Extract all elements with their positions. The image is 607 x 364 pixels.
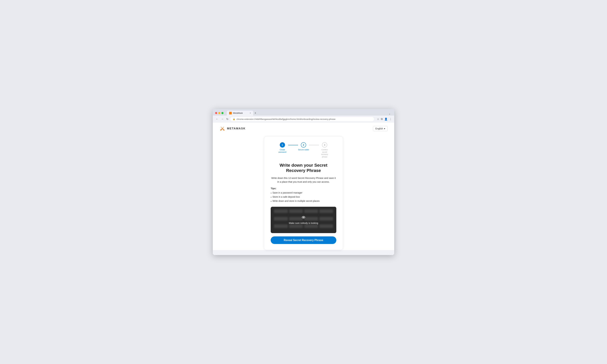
traffic-lights xyxy=(215,112,224,114)
back-button[interactable]: ← xyxy=(215,117,219,121)
blur-word-4 xyxy=(319,209,333,213)
blur-word-10 xyxy=(289,224,303,228)
lock-icon: 🔒 xyxy=(233,118,235,120)
blur-word-12 xyxy=(319,224,333,228)
mm-header: METAMASK English ▾ xyxy=(213,123,394,134)
blur-word-11 xyxy=(304,224,318,228)
metamask-fox-icon xyxy=(219,126,225,131)
tips-list: Save in a password manager Store in a sa… xyxy=(271,191,336,203)
tip-1: Save in a password manager xyxy=(271,191,336,195)
title-bar: MetaMask × + ⌄ xyxy=(213,109,394,116)
maximize-button[interactable] xyxy=(221,112,224,114)
tab-close-icon[interactable]: × xyxy=(250,112,251,114)
blur-word-3 xyxy=(304,209,318,213)
eye-icon xyxy=(301,215,306,220)
phrase-hint-text: Make sure nobody is looking xyxy=(289,222,318,224)
step-3-label: Confirm secret recovery phrase xyxy=(319,149,330,158)
language-label: English xyxy=(375,127,383,130)
extensions-icon[interactable]: ⧉ xyxy=(381,117,383,120)
steps-indicator: 1 Create password 2 Secure wallet xyxy=(271,142,336,158)
tips-section: Tips: Save in a password manager Store i… xyxy=(271,187,336,203)
address-actions: ☆ ⧉ 👤 ⋮ xyxy=(377,117,392,121)
tab-title: MetaMask xyxy=(233,112,243,114)
card-title: Write down your Secret Recovery Phrase xyxy=(271,163,336,173)
address-bar: ← → ↻ 🔒 chrome-extension://nkbihfbeogaea… xyxy=(213,116,394,123)
tips-title: Tips: xyxy=(271,187,336,190)
close-button[interactable] xyxy=(215,112,217,114)
step-3-number: 3 xyxy=(324,143,325,146)
page-content: METAMASK English ▾ 1 Create password xyxy=(213,123,394,250)
tip-2: Store in a safe deposit box xyxy=(271,195,336,199)
main-card: 1 Create password 2 Secure wallet xyxy=(264,136,343,250)
card-subtitle: Write down this 12-word Secret Recovery … xyxy=(271,176,336,184)
tab-favicon-icon xyxy=(229,112,232,114)
forward-button[interactable]: → xyxy=(220,117,224,121)
step-2-label: Secure wallet xyxy=(298,149,309,151)
bookmark-icon[interactable]: ☆ xyxy=(377,117,379,121)
mm-logo: METAMASK xyxy=(219,126,246,131)
metamask-name: METAMASK xyxy=(227,127,246,130)
step-1: 1 Create password xyxy=(277,142,288,153)
blur-word-9 xyxy=(274,224,288,228)
language-selector[interactable]: English ▾ xyxy=(373,126,388,131)
blur-word-2 xyxy=(289,209,303,213)
tab-more-icon[interactable]: ⌄ xyxy=(387,112,392,116)
step-3: 3 Confirm secret recovery phrase xyxy=(319,142,330,158)
svg-point-2 xyxy=(303,217,304,218)
chevron-down-icon: ▾ xyxy=(384,127,385,130)
step-1-circle: 1 xyxy=(280,142,285,148)
step-connector-2-3 xyxy=(309,145,319,145)
step-connector-1-2 xyxy=(288,145,298,145)
new-tab-button[interactable]: + xyxy=(253,111,258,116)
step-1-number: 1 xyxy=(282,143,283,146)
refresh-button[interactable]: ↻ xyxy=(226,117,229,121)
active-tab[interactable]: MetaMask × xyxy=(227,111,253,116)
minimize-button[interactable] xyxy=(218,112,220,114)
blur-word-5 xyxy=(274,217,288,221)
svg-rect-0 xyxy=(229,112,232,114)
step-2-circle: 2 xyxy=(301,142,306,148)
address-url: chrome-extension://nkbihfbeogaeaoehlefnk… xyxy=(237,118,335,120)
address-bar-input[interactable]: 🔒 chrome-extension://nkbihfbeogaeaoehlef… xyxy=(230,117,374,121)
step-3-circle: 3 xyxy=(322,142,327,148)
phrase-overlay: Make sure nobody is looking xyxy=(289,215,318,224)
step-2: 2 Secure wallet xyxy=(298,142,309,151)
more-options-icon[interactable]: ⋮ xyxy=(389,117,392,121)
tip-3: Write down and store in multiple secret … xyxy=(271,199,336,203)
phrase-box: Make sure nobody is looking xyxy=(271,207,336,233)
step-2-number: 2 xyxy=(303,143,304,146)
reveal-button[interactable]: Reveal Secret Recovery Phrase xyxy=(271,236,336,244)
profile-icon[interactable]: 👤 xyxy=(384,117,388,121)
blur-word-8 xyxy=(319,217,333,221)
browser-window: MetaMask × + ⌄ ← → ↻ 🔒 chrome-extension:… xyxy=(213,109,394,255)
blur-word-1 xyxy=(274,209,288,213)
tab-bar: MetaMask × + ⌄ xyxy=(227,111,392,116)
step-1-label: Create password xyxy=(277,149,288,153)
